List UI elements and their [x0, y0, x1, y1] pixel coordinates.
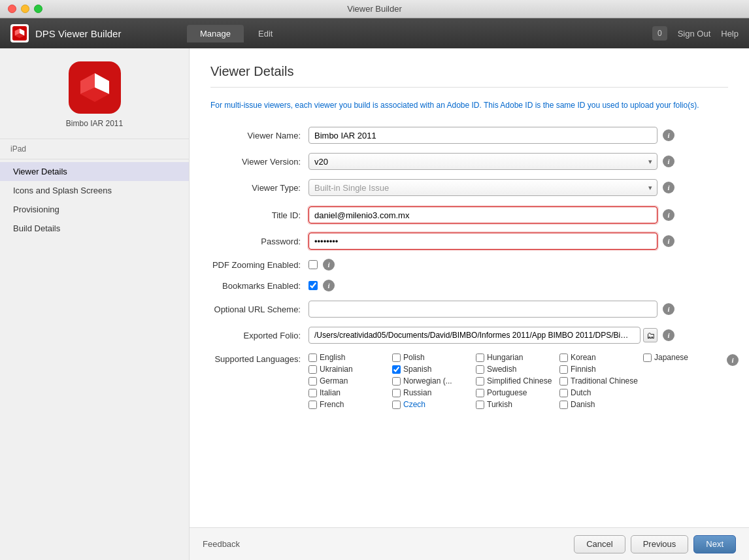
title-id-control: i	[308, 206, 674, 223]
close-button[interactable]	[8, 5, 16, 13]
nav-tabs: Manage Edit	[187, 25, 286, 42]
password-label: Password:	[210, 237, 308, 246]
nav-right: 0 Sign Out Help	[652, 26, 739, 41]
bookmarks-info[interactable]: i	[323, 280, 335, 291]
password-input[interactable]	[308, 233, 657, 250]
optional-url-label: Optional URL Scheme:	[210, 305, 308, 314]
lang-polish-checkbox[interactable]	[392, 354, 401, 362]
lang-french-checkbox[interactable]	[308, 401, 317, 409]
viewer-name-info[interactable]: i	[663, 129, 674, 141]
app: DPS Viewer Builder Manage Edit 0 Sign Ou…	[0, 18, 749, 560]
optional-url-row: Optional URL Scheme: i	[210, 301, 728, 318]
lang-english-checkbox[interactable]	[308, 354, 317, 362]
title-id-input[interactable]	[308, 206, 657, 223]
app-icon-section: Bimbo IAR 2011	[0, 48, 189, 139]
lang-dutch-checkbox[interactable]	[559, 389, 568, 397]
sidebar: Bimbo IAR 2011 iPad Viewer Details Icons…	[0, 48, 190, 560]
lang-russian-checkbox[interactable]	[392, 389, 401, 397]
exported-folio-row: Exported Folio: 🗂 i	[210, 327, 728, 344]
lang-turkish: Turkish	[476, 400, 554, 409]
notification-button[interactable]: 0	[652, 26, 667, 41]
tab-manage[interactable]: Manage	[187, 25, 244, 42]
window-controls	[8, 5, 42, 13]
languages-info[interactable]: i	[727, 354, 739, 366]
title-id-row: Title ID: i	[210, 206, 728, 223]
window-title: Viewer Builder	[347, 4, 402, 14]
tab-edit[interactable]: Edit	[245, 25, 286, 42]
lang-spanish-checkbox[interactable]	[392, 365, 401, 374]
lang-danish-label: Danish	[571, 400, 595, 409]
password-info[interactable]: i	[663, 235, 674, 247]
viewer-name-control: i	[308, 127, 674, 144]
folder-button[interactable]: 🗂	[643, 328, 657, 342]
lang-turkish-checkbox[interactable]	[476, 401, 484, 409]
lang-simplified-chinese-checkbox[interactable]	[476, 377, 484, 386]
lang-swedish-checkbox[interactable]	[476, 365, 484, 374]
exported-folio-label: Exported Folio:	[210, 331, 308, 340]
viewer-name-input[interactable]	[308, 127, 657, 144]
viewer-name-label: Viewer Name:	[210, 131, 308, 140]
lang-german-checkbox[interactable]	[308, 377, 317, 386]
lang-simplified-chinese: Simplified Chinese	[476, 376, 554, 386]
maximize-button[interactable]	[34, 5, 42, 13]
lang-french: French	[308, 400, 387, 409]
viewer-type-info[interactable]: i	[663, 182, 674, 193]
content-area: Viewer Details For multi-issue viewers, …	[190, 48, 749, 527]
footer-buttons: Cancel Previous Next	[574, 535, 736, 553]
pdf-zoom-row: PDF Zooming Enabled: i	[210, 259, 728, 271]
pdf-zoom-checkbox[interactable]	[308, 260, 318, 269]
previous-button[interactable]: Previous	[631, 535, 689, 553]
topnav: DPS Viewer Builder Manage Edit 0 Sign Ou…	[0, 18, 749, 48]
title-id-label: Title ID:	[210, 210, 308, 220]
next-button[interactable]: Next	[693, 535, 736, 553]
lang-spanish: Spanish	[392, 365, 471, 374]
lang-dutch: Dutch	[559, 388, 638, 397]
lang-ukrainian-checkbox[interactable]	[308, 365, 317, 374]
help-link[interactable]: Help	[721, 29, 739, 39]
lang-traditional-chinese-checkbox[interactable]	[559, 377, 568, 386]
lang-italian-checkbox[interactable]	[308, 389, 317, 397]
lang-polish-label: Polish	[403, 353, 425, 362]
lang-hungarian-label: Hungarian	[487, 353, 523, 362]
lang-dutch-label: Dutch	[571, 388, 591, 397]
optional-url-info[interactable]: i	[663, 303, 674, 315]
bookmarks-row: Bookmarks Enabled: i	[210, 280, 728, 291]
minimize-button[interactable]	[21, 5, 29, 13]
lang-portuguese-checkbox[interactable]	[476, 389, 484, 397]
lang-danish-checkbox[interactable]	[559, 401, 568, 409]
lang-hungarian-checkbox[interactable]	[476, 354, 484, 362]
lang-korean-checkbox[interactable]	[559, 354, 568, 362]
sign-out-link[interactable]: Sign Out	[678, 29, 711, 39]
pdf-zoom-info[interactable]: i	[323, 259, 335, 271]
bookmarks-checkbox[interactable]	[308, 281, 318, 290]
footer: Feedback Cancel Previous Next	[190, 527, 749, 560]
optional-url-control: i	[308, 301, 674, 318]
sidebar-item-icons[interactable]: Icons and Splash Screens	[0, 181, 189, 200]
brand-icon	[10, 24, 29, 42]
title-id-info[interactable]: i	[663, 209, 674, 221]
exported-folio-input[interactable]	[308, 327, 641, 344]
divider	[210, 87, 728, 88]
lang-swedish-label: Swedish	[487, 365, 516, 374]
sidebar-item-viewer-details[interactable]: Viewer Details	[0, 162, 189, 181]
lang-ukrainian-label: Ukrainian	[320, 365, 353, 374]
viewer-version-label: Viewer Version:	[210, 157, 308, 167]
lang-simplified-chinese-label: Simplified Chinese	[487, 376, 552, 386]
lang-ukrainian: Ukrainian	[308, 365, 387, 374]
lang-french-label: French	[320, 400, 344, 409]
viewer-name-row: Viewer Name: i	[210, 127, 728, 144]
viewer-version-select[interactable]: v20 v19 v18	[308, 153, 657, 170]
cancel-button[interactable]: Cancel	[574, 535, 625, 553]
lang-czech-checkbox[interactable]	[392, 401, 401, 409]
viewer-version-info[interactable]: i	[663, 156, 674, 167]
lang-russian: Russian	[392, 388, 471, 397]
viewer-type-select[interactable]: Built-in Single Issue Multi-Issue	[308, 179, 657, 196]
exported-folio-info[interactable]: i	[663, 329, 674, 341]
optional-url-input[interactable]	[308, 301, 657, 318]
lang-norwegian-checkbox[interactable]	[392, 377, 401, 386]
lang-japanese-checkbox[interactable]	[643, 354, 652, 362]
lang-hungarian: Hungarian	[476, 353, 554, 362]
sidebar-item-provisioning[interactable]: Provisioning	[0, 200, 189, 219]
sidebar-item-build-details[interactable]: Build Details	[0, 219, 189, 238]
lang-finnish-checkbox[interactable]	[559, 365, 568, 374]
